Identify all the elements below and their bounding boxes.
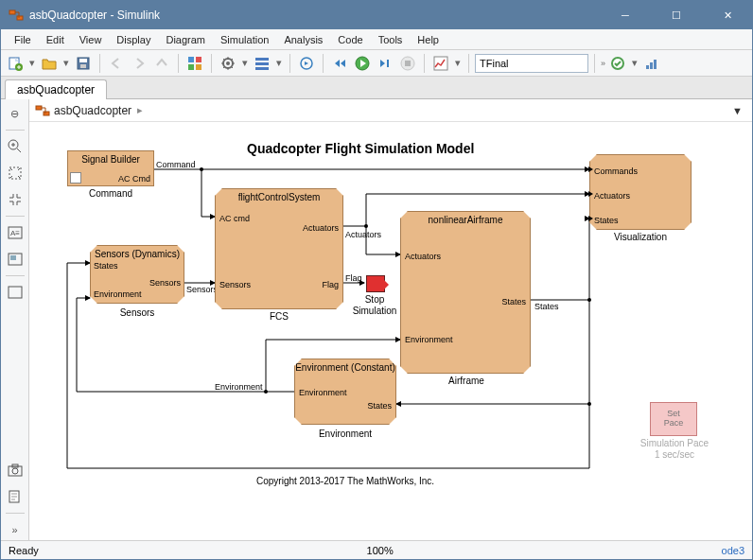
svg-rect-15	[255, 67, 269, 70]
open-button[interactable]	[39, 53, 60, 74]
block-stop-simulation[interactable]	[366, 275, 385, 292]
statusbar: Ready 100% ode3	[1, 540, 752, 559]
screenshot-icon[interactable]	[5, 460, 26, 481]
rewind-button[interactable]	[329, 53, 350, 74]
toolbar: ▾ ▾ ▾ ▾ ▾ » ▾	[1, 50, 752, 77]
tab-model[interactable]: asbQuadcopter	[5, 79, 107, 99]
svg-point-12	[226, 61, 230, 65]
update-diagram-button[interactable]	[607, 53, 628, 74]
close-button[interactable]: ✕	[710, 4, 744, 26]
model-properties-icon[interactable]	[5, 486, 26, 507]
menu-edit[interactable]: Edit	[39, 34, 72, 45]
menu-display[interactable]: Display	[109, 34, 158, 45]
label-environment: Environment	[298, 429, 393, 439]
status-solver[interactable]: ode3	[722, 545, 744, 556]
annotation-icon[interactable]	[5, 249, 26, 270]
svg-rect-31	[10, 255, 16, 260]
label-pace1: Simulation Pace	[627, 438, 722, 448]
menu-help[interactable]: Help	[410, 34, 447, 45]
titlebar: asbQuadcopter - Simulink ─ ☐ ✕	[1, 1, 752, 29]
status-ready: Ready	[9, 545, 39, 556]
svg-rect-0	[9, 10, 15, 14]
block-simulation-pace[interactable]: Set Pace	[650, 402, 697, 436]
sample-time-icon[interactable]: A≡	[5, 222, 26, 243]
step-back-button[interactable]	[296, 53, 317, 74]
menu-tools[interactable]: Tools	[371, 34, 411, 45]
forward-button[interactable]	[129, 53, 149, 74]
data-inspector-button[interactable]	[430, 53, 451, 74]
label-fcs: FCS	[232, 311, 326, 322]
svg-rect-8	[196, 57, 201, 62]
svg-rect-32	[9, 287, 22, 298]
block-sensors[interactable]: Sensors (Dynamics) States Environment Se…	[90, 245, 184, 304]
menu-code[interactable]: Code	[330, 34, 370, 45]
block-environment[interactable]: Environment (Constant) Environment State…	[294, 359, 396, 425]
explorer-dropdown[interactable]: ▾	[274, 57, 284, 69]
svg-rect-21	[434, 57, 447, 70]
svg-text:A≡: A≡	[10, 229, 20, 237]
hide-navbar-button[interactable]: ⊖	[5, 103, 26, 124]
svg-rect-37	[36, 106, 42, 110]
toolbar-more[interactable]: »	[601, 59, 605, 68]
stop-button[interactable]	[397, 53, 418, 74]
config-dropdown[interactable]: ▾	[240, 57, 250, 69]
svg-rect-18	[387, 60, 389, 67]
open-dropdown[interactable]: ▾	[61, 57, 71, 69]
zoom-normal-icon[interactable]	[5, 189, 26, 210]
svg-rect-5	[79, 59, 87, 62]
image-icon[interactable]	[5, 282, 26, 303]
breadcrumb-model[interactable]: asbQuadcopter	[54, 104, 131, 117]
svg-rect-38	[44, 112, 49, 115]
build-button[interactable]	[641, 53, 662, 74]
diagram-title: Quadcopter Flight Simulation Model	[247, 141, 474, 156]
up-button[interactable]	[151, 53, 172, 74]
canvas[interactable]: Quadcopter Flight Simulation Model	[29, 122, 752, 540]
block-signal-builder[interactable]: Signal Builder AC Cmd	[67, 150, 154, 186]
svg-point-39	[200, 167, 203, 171]
minimize-button[interactable]: ─	[608, 4, 642, 26]
svg-point-42	[587, 402, 591, 406]
label-stop1: Stop	[341, 294, 408, 305]
menu-file[interactable]: File	[7, 34, 39, 45]
library-browser-button[interactable]	[184, 53, 205, 74]
menu-view[interactable]: View	[72, 34, 110, 45]
svg-rect-9	[188, 64, 194, 70]
menu-diagram[interactable]: Diagram	[158, 34, 213, 45]
block-fcs[interactable]: flightControlSystem AC cmd Sensors Actua…	[215, 188, 343, 309]
stop-time-input[interactable]	[475, 54, 588, 73]
save-button[interactable]	[73, 53, 94, 74]
svg-point-43	[264, 390, 268, 394]
svg-rect-20	[405, 61, 411, 66]
back-button[interactable]	[106, 53, 127, 74]
breadcrumb: asbQuadcopter ▸ ▼	[29, 99, 752, 122]
svg-rect-25	[654, 60, 657, 69]
update-dropdown[interactable]: ▾	[630, 57, 639, 69]
menu-simulation[interactable]: Simulation	[213, 34, 276, 45]
new-button[interactable]	[5, 53, 26, 74]
svg-rect-24	[650, 62, 653, 69]
svg-rect-10	[196, 64, 201, 70]
maximize-button[interactable]: ☐	[659, 4, 693, 26]
model-icon	[35, 103, 50, 118]
simulink-icon	[9, 8, 24, 23]
breadcrumb-dropdown[interactable]: ▼	[728, 105, 746, 116]
block-visualization[interactable]: Commands Actuators States	[589, 154, 692, 230]
svg-rect-14	[255, 62, 269, 65]
zoom-in-icon[interactable]	[5, 136, 26, 157]
inspector-dropdown[interactable]: ▾	[453, 57, 463, 69]
svg-point-40	[364, 224, 368, 228]
step-forward-button[interactable]	[375, 53, 395, 74]
new-dropdown[interactable]: ▾	[27, 57, 37, 69]
palette: ⊖ A≡ »	[1, 99, 29, 540]
svg-rect-13	[255, 58, 269, 61]
run-button[interactable]	[352, 53, 373, 74]
fit-view-icon[interactable]	[5, 163, 26, 184]
expand-icon[interactable]: »	[5, 519, 26, 540]
menu-analysis[interactable]: Analysis	[276, 34, 330, 45]
block-airframe[interactable]: nonlinearAirframe Actuators Environment …	[400, 211, 531, 374]
model-config-button[interactable]	[218, 53, 238, 74]
label-command: Command	[63, 188, 158, 199]
model-explorer-button[interactable]	[252, 53, 272, 74]
label-pace2: 1 sec/sec	[627, 449, 722, 460]
svg-rect-1	[17, 16, 23, 20]
